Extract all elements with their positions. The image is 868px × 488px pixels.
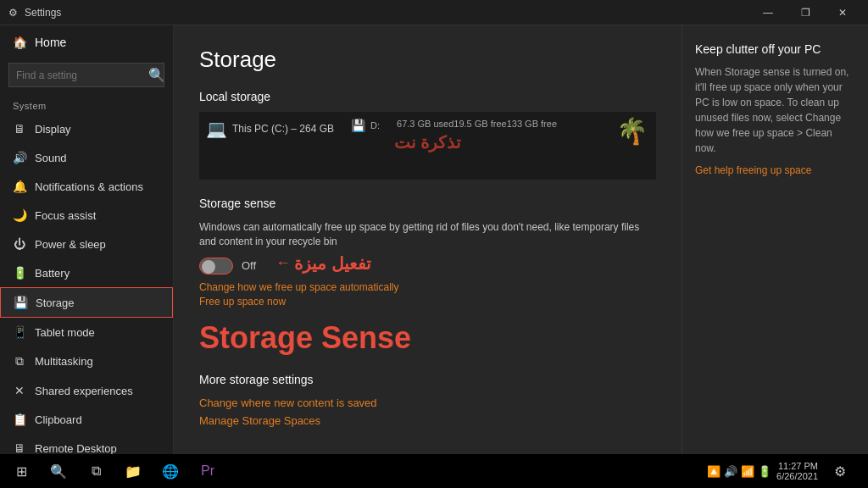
titlebar-left: ⚙ Settings (8, 7, 61, 19)
sidebar-item-battery[interactable]: 🔋 Battery (0, 258, 173, 287)
tray-network-icon[interactable]: 📶 (741, 465, 754, 478)
drive-d-icon: 💾 (351, 119, 365, 132)
toggle-state-label: Off (242, 259, 256, 272)
minimize-button[interactable]: — (751, 0, 785, 25)
sidebar-item-label: Clipboard (35, 413, 82, 426)
local-storage-title: Local storage (199, 90, 656, 103)
sidebar-item-clipboard[interactable]: 📋 Clipboard (0, 405, 173, 434)
sidebar-item-power[interactable]: ⏻ Power & sleep (0, 230, 173, 258)
taskbar-right: 🔼 🔊 📶 🔋 11:27 PM 6/26/2021 ⚙ (707, 454, 864, 488)
premiere-button[interactable]: Pr (191, 454, 225, 488)
sidebar-item-label: Power & sleep (35, 238, 106, 251)
right-panel: Keep clutter off your PC When Storage se… (682, 25, 868, 454)
task-view-button[interactable]: ⧉ (79, 454, 113, 488)
tray-icons: 🔼 🔊 📶 🔋 (707, 465, 771, 478)
right-panel-description: When Storage sense is turned on, it'll f… (695, 64, 855, 156)
multitasking-icon: ⧉ (13, 354, 26, 369)
page-title: Storage (199, 47, 656, 73)
storage-icon: 💾 (14, 296, 27, 309)
restore-button[interactable]: ❐ (788, 0, 822, 25)
storage-sense-toggle-row: Off (199, 258, 656, 274)
right-panel-title: Keep clutter off your PC (695, 42, 855, 56)
sidebar-item-label: Storage (36, 297, 75, 309)
sidebar-home-label: Home (35, 36, 66, 49)
search-icon: 🔍 (148, 67, 165, 83)
drive-d-label: D: (370, 120, 380, 130)
sidebar-item-label: Notifications & actions (35, 180, 143, 193)
sidebar-item-shared[interactable]: ✕ Shared experiences (0, 376, 173, 405)
drive-c-block: 💻 This PC (C:) – 264 GB 💾 D: 67.3 G (199, 112, 656, 180)
change-content-link[interactable]: Change where new content is saved (199, 396, 656, 409)
sidebar-item-sound[interactable]: 🔊 Sound (0, 143, 173, 172)
taskbar-clock[interactable]: 11:27 PM 6/26/2021 (776, 461, 818, 481)
search-input[interactable] (16, 69, 143, 81)
chrome-button[interactable]: 🌐 (153, 454, 187, 488)
file-explorer-button[interactable]: 📁 (116, 454, 150, 488)
show-desktop-button[interactable]: ⚙ (823, 454, 857, 488)
tray-arrow-icon[interactable]: 🔼 (707, 465, 721, 478)
big-storage-sense-label: Storage Sense (199, 320, 656, 356)
sidebar-item-home[interactable]: 🏠 Home (0, 25, 173, 59)
sidebar-item-storage[interactable]: 💾 Storage (0, 287, 173, 318)
taskbar: ⊞ 🔍 ⧉ 📁 🌐 Pr 🔼 🔊 📶 🔋 11:27 PM 6/26/2021 … (0, 454, 868, 488)
tray-battery-icon[interactable]: 🔋 (758, 465, 771, 478)
taskbar-time-value: 11:27 PM (776, 461, 818, 471)
sidebar-item-label: Focus assist (35, 209, 96, 222)
sidebar-section-system: System (0, 94, 173, 114)
drive-d-free: 19.5 GB free (453, 119, 506, 129)
sidebar-item-label: Sound (35, 152, 67, 164)
battery-icon: 🔋 (13, 266, 26, 280)
sound-icon: 🔊 (13, 151, 26, 164)
close-button[interactable]: ✕ (826, 0, 860, 25)
remote-icon: 🖥 (13, 441, 26, 454)
main-wrapper: Storage Local storage 💻 This PC (C:) – 2… (174, 25, 868, 454)
display-icon: 🖥 (13, 122, 26, 136)
clipboard-icon: 📋 (13, 413, 26, 426)
storage-sense-toggle[interactable] (199, 258, 233, 274)
shared-icon: ✕ (13, 384, 26, 397)
sidebar-item-display[interactable]: 🖥 Display (0, 114, 173, 143)
sidebar-item-focus[interactable]: 🌙 Focus assist (0, 201, 173, 230)
right-panel-link[interactable]: Get help freeing up space (695, 164, 855, 176)
titlebar-controls: — ❐ ✕ (751, 0, 860, 25)
settings-icon: ⚙ (8, 7, 18, 19)
sidebar-item-label: Tablet mode (35, 326, 95, 339)
start-button[interactable]: ⊞ (4, 454, 38, 488)
sidebar: 🏠 Home 🔍 System 🖥 Display 🔊 Sound 🔔 Noti… (0, 25, 174, 454)
sidebar-item-label: Multitasking (35, 355, 93, 368)
app-container: 🏠 Home 🔍 System 🖥 Display 🔊 Sound 🔔 Noti… (0, 25, 868, 454)
titlebar-title: Settings (25, 7, 61, 19)
drive-c-free: 133 GB free (507, 119, 557, 129)
home-icon: 🏠 (13, 36, 26, 49)
annotation-text-ar: تفعيل ميزة (294, 253, 371, 274)
tablet-icon: 📱 (13, 325, 26, 339)
search-box[interactable]: 🔍 (8, 63, 164, 87)
sidebar-item-label: Shared experiences (35, 385, 133, 397)
change-space-link[interactable]: Change how we free up space automaticall… (199, 281, 656, 293)
manage-spaces-link[interactable]: Manage Storage Spaces (199, 414, 656, 427)
focus-icon: 🌙 (13, 208, 26, 222)
more-settings-title: More storage settings (199, 373, 656, 386)
sidebar-item-remote[interactable]: 🖥 Remote Desktop (0, 434, 173, 454)
arrow-icon: ← (275, 254, 291, 272)
palm-icon: 🌴 (616, 116, 648, 146)
sidebar-item-label: Display (35, 123, 71, 136)
sidebar-item-multitasking[interactable]: ⧉ Multitasking (0, 347, 173, 376)
drive-used: 67.3 GB used (397, 119, 453, 129)
sidebar-item-label: Battery (35, 267, 70, 280)
power-icon: ⏻ (13, 237, 26, 251)
toggle-knob (202, 260, 215, 274)
sidebar-item-tablet[interactable]: 📱 Tablet mode (0, 318, 173, 347)
search-button[interactable]: 🔍 (42, 454, 75, 488)
taskbar-date-value: 6/26/2021 (776, 471, 818, 481)
sidebar-item-notifications[interactable]: 🔔 Notifications & actions (0, 172, 173, 201)
main-content: Storage Local storage 💻 This PC (C:) – 2… (174, 25, 682, 454)
titlebar: ⚙ Settings — ❐ ✕ (0, 0, 868, 25)
storage-sense-section: Storage sense Windows can automatically … (199, 197, 656, 308)
storage-sense-title: Storage sense (199, 197, 656, 210)
more-settings-section: More storage settings Change where new c… (199, 373, 656, 427)
arabic-watermark: تذكرة نت (394, 132, 462, 152)
tray-speaker-icon[interactable]: 🔊 (724, 465, 737, 478)
notifications-icon: 🔔 (13, 180, 26, 193)
free-space-link[interactable]: Free up space now (199, 296, 656, 308)
